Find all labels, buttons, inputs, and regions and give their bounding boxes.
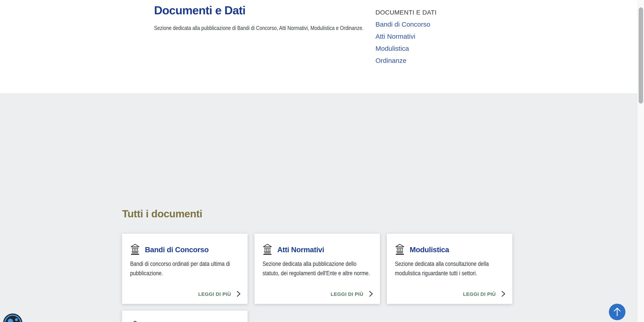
menu-link-bandi-di-concorso[interactable]: Bandi di Concorso	[376, 21, 469, 28]
cards-grid: Bandi di Concorso Bandi di concorso ordi…	[122, 234, 512, 322]
chevron-right-icon	[501, 290, 506, 298]
bank-icon	[130, 320, 140, 322]
documents-section: Tutti i documenti	[0, 93, 644, 322]
menu-link-modulistica[interactable]: Modulistica	[376, 45, 469, 52]
card-title: Modulistica	[410, 246, 449, 254]
card-modulistica[interactable]: Modulistica Sezione dedicata alla consul…	[387, 234, 512, 304]
hero-section: Documenti e Dati Sezione dedicata alla p…	[0, 0, 644, 93]
card-description: Bandi di concorso ordinati per data ulti…	[130, 259, 241, 278]
card-header: Modulistica	[395, 244, 449, 256]
bank-icon	[395, 244, 405, 256]
card-atti-normativi[interactable]: Atti Normativi Sezione dedicata alla pub…	[254, 234, 380, 304]
menu-link-atti-normativi[interactable]: Atti Normativi	[376, 33, 469, 40]
card-header: Atti Normativi	[262, 244, 324, 256]
card-ordinanze[interactable]: Ordinanze Sezione dedicata alla consulta…	[122, 310, 248, 322]
scrollbar-track[interactable]	[637, 0, 644, 322]
card-description: Sezione dedicata alla consultazione dell…	[395, 259, 506, 278]
read-more-label: LEGGI DI PIÙ	[198, 291, 231, 297]
scrollbar-thumb[interactable]	[639, 8, 643, 104]
card-header: Ordinanze	[130, 320, 180, 322]
menu-link-ordinanze[interactable]: Ordinanze	[376, 57, 469, 64]
bank-icon	[130, 244, 140, 256]
chevron-right-icon	[236, 290, 241, 298]
read-more-link[interactable]: LEGGI DI PIÙ	[330, 290, 373, 298]
card-title: Atti Normativi	[277, 246, 324, 254]
bank-icon	[262, 244, 272, 256]
card-header: Bandi di Concorso	[130, 244, 209, 256]
read-more-label: LEGGI DI PIÙ	[463, 291, 496, 297]
arrow-up-icon	[613, 307, 622, 317]
documents-section-title: Tutti i documenti	[122, 208, 202, 220]
card-bandi-di-concorso[interactable]: Bandi di Concorso Bandi di concorso ordi…	[122, 234, 248, 304]
section-menu: DOCUMENTI E DATI Bandi di Concorso Atti …	[376, 9, 469, 69]
read-more-link[interactable]: LEGGI DI PIÙ	[198, 290, 241, 298]
card-description: Sezione dedicata alla pubblicazione dell…	[262, 259, 374, 278]
read-more-label: LEGGI DI PIÙ	[330, 291, 363, 297]
chevron-right-icon	[369, 290, 373, 298]
card-title: Bandi di Concorso	[145, 246, 209, 254]
page-subtitle: Sezione dedicata alla pubblicazione di B…	[154, 23, 370, 33]
scroll-to-top-button[interactable]	[609, 304, 626, 320]
read-more-link[interactable]: LEGGI DI PIÙ	[463, 290, 506, 298]
page-title: Documenti e Dati	[154, 4, 246, 17]
section-menu-header: DOCUMENTI E DATI	[376, 9, 469, 16]
